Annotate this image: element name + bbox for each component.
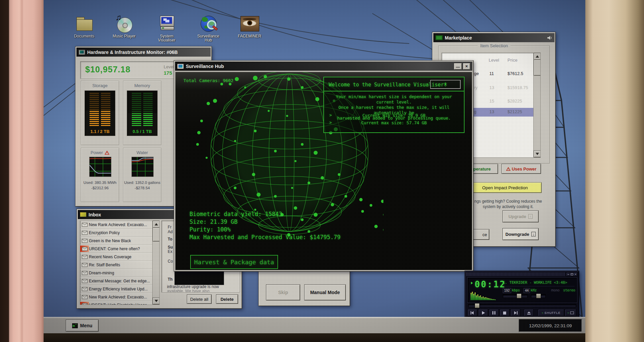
dialog-title: Welcome to the Surveillance Visualiser! [329, 82, 447, 88]
memory-label: Memory [123, 83, 161, 88]
hub-stat-line: Purity: 100% [190, 226, 340, 233]
level-value: 175 [164, 70, 172, 76]
next-button[interactable] [511, 309, 520, 316]
scroll-thumb[interactable] [153, 227, 160, 242]
envelope-icon [80, 294, 89, 300]
envelope-icon [80, 262, 89, 268]
email-subject: Green is the New Black [89, 238, 131, 243]
scroll-down-button[interactable] [153, 297, 160, 304]
downgrade-button[interactable]: Downgrade↓ [502, 228, 539, 240]
volume-slider[interactable] [503, 294, 528, 298]
power-cost: -$2312.96 [81, 186, 119, 190]
faceminer-icon [240, 14, 259, 33]
inbox-list-item[interactable]: External Message: Get the edge... [80, 277, 153, 285]
marketplace-titlebar[interactable]: Marketplace [433, 33, 554, 42]
inbox-list-item[interactable]: New Rank Achieved: Excavato... [80, 293, 153, 301]
harvest-package-button[interactable]: Harvest & Package data [190, 255, 278, 269]
scroll-up-button[interactable] [534, 53, 541, 60]
min-size-line: Current min size: 28.9 GB [324, 113, 464, 118]
item-selection-label: Item Selection [478, 43, 511, 48]
inbox-list-item[interactable]: Energy Efficiency Initiative Upd... [80, 285, 153, 293]
scroll-up-button[interactable] [153, 221, 160, 228]
pause-button[interactable] [489, 309, 499, 316]
desktop-icon-label: SurveillanceHub [192, 34, 224, 42]
item-name-fragment: ge [474, 71, 479, 76]
envelope-icon [80, 254, 89, 260]
desktop-icon-label: FACEMINER [233, 34, 266, 38]
item-name-fragment: g [474, 109, 476, 114]
envelope-icon [80, 246, 89, 252]
samplerate-value: 44 [524, 288, 530, 293]
skip-button[interactable]: Skip [266, 284, 300, 300]
power-panel: Power Used: 380.35 MWh -$2312.96 [81, 148, 119, 202]
mail-icon [80, 212, 87, 217]
stop-button[interactable] [500, 309, 509, 316]
uses-power-tag[interactable]: Uses Power [501, 164, 541, 174]
visualiser-welcome-dialog: Welcome to the Surveillance Visualiser! … [323, 77, 465, 133]
email-field-fragment: Su [168, 245, 173, 250]
play-button[interactable] [478, 309, 488, 316]
inbox-list-item[interactable]: URGENT: High Electricity Usage [80, 301, 153, 305]
time-display: 00:12 [475, 279, 506, 289]
inbox-list-item[interactable]: Re: Staff Benefits [80, 261, 153, 269]
desktop-icon-documents[interactable]: Documents [68, 14, 100, 38]
seek-bar[interactable] [468, 304, 576, 307]
envelope-icon [80, 302, 89, 305]
inbox-list-item[interactable]: Green is the New Black [80, 237, 153, 245]
surveillance-hub-titlebar[interactable]: Surveillance Hub — × [175, 62, 472, 71]
email-subject: Energy Efficiency Initiative Upd... [89, 287, 148, 291]
player-titlebar[interactable] [466, 272, 566, 276]
desktop-icon-faceminer[interactable]: FACEMINER [233, 14, 266, 38]
cooling-line: ngs getting high? Cooling reduces the [466, 199, 550, 204]
item-level: 13 [489, 109, 494, 114]
desktop-icon-surveillance[interactable]: SurveillanceHub [192, 14, 224, 42]
desktop-icon-system[interactable]: SystemVisualiser [151, 14, 183, 42]
market-scrollbar[interactable] [533, 53, 540, 157]
prev-button[interactable] [468, 309, 477, 316]
inbox-list-item[interactable]: Recent News Coverage [80, 253, 153, 261]
item-price: $28225 [507, 98, 522, 104]
power-used: Used: 380.35 MWh [81, 180, 119, 185]
warning-icon [506, 167, 511, 171]
inbox-list-item[interactable]: Encryption Policy [80, 229, 153, 237]
speaker-icon[interactable] [547, 36, 552, 40]
inbox-list-item[interactable]: URGENT: Come here often? [80, 245, 153, 253]
seek-thumb[interactable] [475, 303, 480, 308]
minimize-button[interactable]: — [454, 63, 462, 70]
item-name-fragment: ry [474, 85, 478, 90]
scroll-down-button[interactable] [534, 150, 541, 157]
desktop-icon-music-player[interactable]: ♫ Music Player [108, 14, 140, 38]
dialog-close-button[interactable]: × [430, 80, 461, 89]
open-impact-prediction-button[interactable]: Open Impact Prediction [468, 182, 542, 193]
bitrate-value: 192 [503, 288, 511, 293]
storage-panel: Storage 1.1 / 2 TB [81, 81, 119, 145]
email-subject: Recent News Coverage [89, 255, 131, 259]
balance-slider[interactable] [531, 294, 546, 298]
email-field-fragment: To [168, 237, 172, 242]
eject-button[interactable] [524, 309, 534, 316]
envelope-icon [80, 286, 89, 292]
hub-stat-line: Biometric data yield: 15843 [190, 210, 340, 218]
manual-mode-button[interactable]: Manual Mode [304, 284, 346, 300]
inbox-list-item[interactable]: New Rank Achieved: Excavato... [80, 221, 153, 229]
item-level: 15 [489, 98, 494, 104]
player-close-button[interactable]: × [574, 272, 578, 276]
inbox-scrollbar[interactable] [152, 221, 159, 304]
warning-icon [105, 151, 109, 155]
menu-button[interactable]: m̽ Menu [66, 320, 99, 332]
scroll-thumb[interactable] [534, 60, 541, 76]
taskbar: m̽ Menu 12/02/1999, 22:31:09 [44, 317, 585, 333]
hardware-monitor-titlebar[interactable]: Hardware & Infrastructure Monitor: #06B [76, 48, 211, 57]
upgrade-button[interactable]: Upgrade↑ [502, 210, 539, 222]
delete-all-button[interactable]: Delete all [187, 294, 212, 304]
inbox-list-item[interactable]: Dream-mining [80, 269, 153, 277]
music-player-window: × 00:12 1. TEKRIDER - WORKLIFE <3:48> 19… [465, 271, 579, 319]
repeat-button[interactable]: ⌁ [565, 309, 576, 316]
email-subject: URGENT: High Electricity Usage [89, 303, 147, 305]
close-button[interactable]: × [463, 63, 470, 70]
water-panel: Water Used: 1352.0 gallons -$278.54 [123, 148, 161, 202]
stereo-indicator: stereo [563, 288, 575, 292]
shuffle-button[interactable]: ⌁ SHUFFLE [538, 309, 564, 316]
delete-button[interactable]: Delete [216, 294, 238, 304]
window-title: Inbox [89, 212, 101, 217]
